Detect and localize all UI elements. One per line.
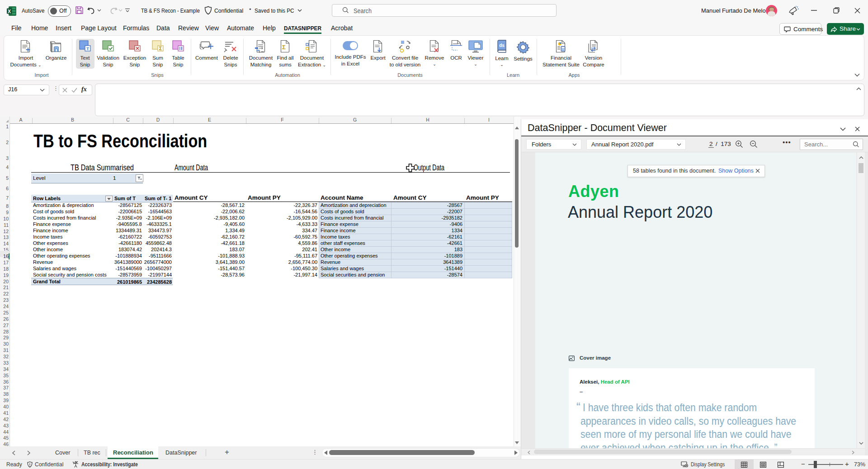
svg-text:ds: ds [499, 43, 505, 48]
svg-text:Σ: Σ [159, 46, 162, 51]
svg-text:Σ: Σ [282, 44, 286, 51]
svg-text:T: T [86, 47, 89, 51]
svg-text:X: X [8, 9, 11, 14]
